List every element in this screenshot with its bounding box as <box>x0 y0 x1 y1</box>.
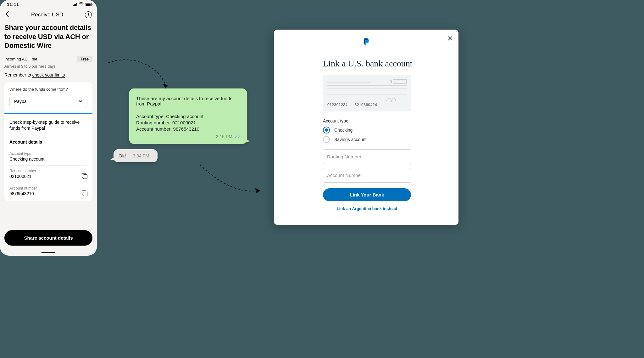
cell-signal-icon <box>73 3 77 6</box>
source-card: Where do the funds come from? Paypal <box>4 82 92 113</box>
fee-label: Incoming ACH fee <box>4 57 37 61</box>
status-time: 11:11 <box>7 2 19 7</box>
radio-savings[interactable]: Savings account <box>323 136 411 143</box>
chat-line: Account number: 9876543210 <box>136 126 240 132</box>
chat-message-incoming: Ok! 3:34 PM <box>114 149 158 162</box>
routing-label: Routing number <box>9 169 36 173</box>
source-question: Where do the funds come from? <box>9 87 87 92</box>
radio-icon <box>323 127 330 134</box>
guide-text: Check step-by-step guide to receive fund… <box>9 119 87 131</box>
radio-label: Checking <box>334 128 353 133</box>
copy-icon[interactable] <box>82 173 87 179</box>
chat-reply-text: Ok! <box>119 153 126 158</box>
battery-icon <box>85 3 92 6</box>
info-icon[interactable]: i <box>85 11 92 18</box>
radio-label: Savings account <box>334 137 367 142</box>
arrow-icon <box>197 162 264 197</box>
source-select-value: Paypal <box>14 99 28 104</box>
close-icon[interactable]: ✕ <box>447 35 453 43</box>
account-type-value: Checking account <box>9 156 44 162</box>
chat-line: These are my account details to receive … <box>136 96 240 106</box>
fee-value-badge: Free <box>77 56 92 62</box>
radio-icon <box>323 136 330 143</box>
page-heading: Share your account details to receive US… <box>4 23 92 50</box>
check-limits-link[interactable]: check your limits <box>32 72 65 77</box>
paypal-link-bank-card: ✕ Link a U.S. bank account $ 012301234 5… <box>274 30 458 225</box>
home-indicator <box>42 252 55 253</box>
check-routing-example: 012301234 <box>327 103 348 107</box>
wise-app-phone: 11:11 Receive USD i Share your account d… <box>0 0 97 256</box>
paypal-logo-icon <box>283 38 450 46</box>
radio-checking[interactable]: Checking <box>323 127 411 134</box>
svg-marker-0 <box>163 84 168 89</box>
svg-marker-1 <box>255 188 260 194</box>
link-your-bank-button[interactable]: Link Your Bank <box>323 188 411 201</box>
share-account-details-button[interactable]: Share account details <box>4 230 92 246</box>
account-number-input[interactable] <box>323 168 411 183</box>
arrow-icon <box>106 57 172 91</box>
link-argentina-bank-link[interactable]: Link an Argentina bank instead <box>323 206 411 211</box>
wifi-icon <box>79 2 84 7</box>
guide-link[interactable]: Check step-by-step guide <box>9 120 59 125</box>
account-type-label: Account type <box>9 151 44 156</box>
chat-message-outgoing: These are my account details to receive … <box>129 88 247 144</box>
limits-text: Remember to check your limits <box>4 72 92 77</box>
chat-line: Account type: Checking account <box>136 114 240 119</box>
chat-timestamp: 3:34 PM <box>133 153 149 158</box>
nav-bar: Receive USD i <box>0 8 97 20</box>
status-bar: 11:11 <box>0 0 97 8</box>
account-number-label: Account number <box>9 186 37 190</box>
account-details-title: Account details <box>9 139 87 145</box>
chevron-down-icon <box>78 99 83 104</box>
account-number-value: 9876543210 <box>9 191 37 196</box>
double-check-icon: ✓✓ <box>234 134 240 139</box>
chat-line: Routing number: 021000021 <box>136 120 240 125</box>
details-card: Check step-by-step guide to receive fund… <box>4 113 92 201</box>
account-type-label: Account type <box>323 118 411 123</box>
arrival-text: Arrives in 3 to 5 business days <box>4 64 92 69</box>
chat-timestamp: 3:15 PM <box>216 134 232 139</box>
paypal-title: Link a U.S. bank account <box>323 59 450 69</box>
routing-number-input[interactable] <box>323 149 411 164</box>
copy-icon[interactable] <box>82 190 87 196</box>
check-illustration: $ 012301234 5210660424 <box>323 75 411 111</box>
back-icon[interactable] <box>5 11 9 18</box>
source-select[interactable]: Paypal <box>9 95 87 108</box>
routing-value: 021000021 <box>9 174 36 179</box>
check-account-example: 5210660424 <box>355 103 377 107</box>
page-title: Receive USD <box>31 12 63 18</box>
